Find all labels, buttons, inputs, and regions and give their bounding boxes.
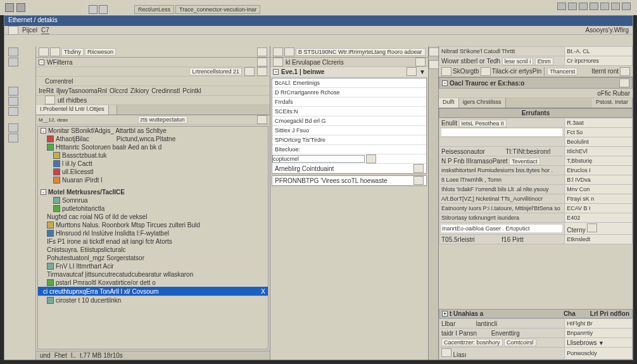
- menu-item[interactable]: Credinnstl: [151, 87, 180, 94]
- tree-node[interactable]: Bassctzbuat.tuk: [62, 152, 107, 159]
- prop-input[interactable]: [441, 129, 562, 136]
- tool-icon[interactable]: [273, 58, 283, 66]
- tree-node[interactable]: Nuaran iPirdt l: [62, 177, 102, 184]
- breadcrumb[interactable]: Lrtrencellstored 21: [189, 68, 242, 75]
- list-item[interactable]: Arneblirg Cointduaint: [272, 164, 426, 173]
- menu-item[interactable]: Zikiory: [130, 87, 149, 94]
- prop-val[interactable]: R.3aat: [565, 118, 633, 128]
- gutter-icon[interactable]: [8, 123, 18, 132]
- gutter-icon[interactable]: [8, 47, 18, 56]
- tree-node[interactable]: l iil.ly Cactt: [62, 160, 92, 167]
- top-tab[interactable]: Trace_connector-vecution-Inar: [175, 5, 260, 14]
- tool-label[interactable]: Tbdiny: [61, 48, 84, 56]
- tool-icon[interactable]: [620, 67, 630, 76]
- tray-icon[interactable]: [600, 3, 609, 10]
- dropdown-icon[interactable]: [366, 154, 376, 163]
- gutter-icon[interactable]: [8, 58, 18, 66]
- tool-label[interactable]: Thancerst: [547, 68, 577, 75]
- tab[interactable]: I.Probentel ld Lntr l.Ottjes: [36, 105, 109, 115]
- expand-icon[interactable]: -: [273, 69, 279, 75]
- prop-val[interactable]: Etknsledt: [565, 235, 633, 244]
- prop-val[interactable]: B:l IVDva: [565, 175, 633, 185]
- section-header[interactable]: Errufants: [439, 108, 633, 118]
- tree-node[interactable]: Murttons Nalus. Roonbork Mtsp Tircues zu…: [56, 222, 200, 229]
- list-input[interactable]: [272, 155, 365, 163]
- tool-icon[interactable]: [481, 67, 491, 76]
- dropdown-icon[interactable]: [244, 67, 255, 76]
- gutter-icon[interactable]: [8, 107, 18, 116]
- edit-icon[interactable]: [415, 58, 426, 66]
- tab[interactable]: igers Chrstilsss: [459, 98, 506, 108]
- tray-icon[interactable]: [557, 3, 566, 10]
- tree-node[interactable]: IFs P1 irone ai tickdf enad ait iangi fc…: [47, 238, 172, 245]
- events-list[interactable]: BcALl: Emertinigs D RrCrrartgannre Rchos…: [272, 78, 427, 174]
- btn[interactable]: lese scnil i: [502, 58, 534, 65]
- prop-val[interactable]: Fct 5o: [565, 128, 633, 137]
- tree-node[interactable]: Nugfxd cac roial NG of ild de veksel: [47, 213, 147, 220]
- menu-item[interactable]: Olccrd: [110, 87, 128, 94]
- filter-icon[interactable]: [45, 96, 55, 104]
- tree-node[interactable]: AthaotjBilac: [56, 135, 89, 142]
- list-item[interactable]: BcALl: Emertinigs: [272, 78, 426, 88]
- expand-icon[interactable]: -: [39, 60, 44, 65]
- app-icon[interactable]: [99, 5, 108, 14]
- gutter-icon[interactable]: [8, 97, 18, 106]
- field[interactable]: IetsL Pesothea II: [459, 120, 507, 127]
- app-icon[interactable]: [5, 3, 14, 12]
- gear-icon[interactable]: [619, 78, 629, 87]
- gutter-icon[interactable]: [8, 134, 18, 142]
- tree-node-selected[interactable]: ci creuthtupnxqErra TonArll l xl/ Covsou…: [38, 287, 268, 296]
- tool-icon[interactable]: [257, 47, 267, 56]
- prop-val[interactable]: Mnv Con: [565, 185, 633, 194]
- menu-item[interactable]: IreRit: [39, 87, 54, 94]
- btn[interactable]: Etnm: [535, 58, 553, 65]
- close-icon[interactable]: [407, 67, 417, 76]
- tool-icon[interactable]: [50, 47, 60, 56]
- dropdown-icon[interactable]: [587, 223, 597, 232]
- prop-val[interactable]: E402: [565, 213, 633, 223]
- tree-node[interactable]: putletohitarictla: [62, 205, 104, 212]
- prop-val[interactable]: T,Bbsturię: [565, 156, 633, 166]
- search-field[interactable]: zts wuttepectatun: [138, 116, 187, 123]
- app-icon[interactable]: [16, 3, 25, 12]
- tree-node[interactable]: Hlnsruod rkl Inslütve Inslidta I:F-wylat…: [56, 230, 169, 237]
- tree-view[interactable]: -Monitar SBonikf/Adgis_ Attartbl as Schl…: [37, 126, 268, 349]
- tab[interactable]: Dulft: [439, 98, 459, 108]
- tool-icon[interactable]: [257, 58, 267, 66]
- list-item[interactable]: Sittiex J Fsuo: [272, 126, 426, 135]
- prop-val[interactable]: Etruclos I: [565, 166, 633, 175]
- tool-icon[interactable]: [441, 348, 451, 357]
- tray-icon[interactable]: [622, 3, 631, 10]
- prop-val[interactable]: ItlichEVl: [565, 147, 633, 156]
- tray-icon[interactable]: [579, 3, 588, 10]
- menu-item[interactable]: Pcintkl: [182, 87, 201, 94]
- btn[interactable]: Comtcoirsl: [504, 339, 536, 346]
- tool-label[interactable]: Tilack-cir ertysPin: [492, 68, 542, 75]
- tool-icon[interactable]: [39, 47, 49, 56]
- tree-node[interactable]: ull.Elicesstl: [62, 168, 93, 175]
- tree-node[interactable]: Somnrua: [62, 197, 88, 204]
- tree-node[interactable]: FnV LI Ittmrthart Acir: [56, 263, 114, 270]
- tree-node[interactable]: Tirmavautcaf |ittsuncutrecatudcubearatur…: [47, 271, 193, 278]
- prop-input[interactable]: [441, 225, 562, 232]
- tab[interactable]: Pstost. Iretar: [592, 98, 633, 108]
- expand-icon[interactable]: -: [41, 128, 46, 134]
- list-item[interactable]: BItecluoe:: [272, 145, 426, 154]
- list-item[interactable]: Frrdafs: [272, 97, 426, 107]
- top-tab[interactable]: Rect/urrLess: [134, 5, 174, 14]
- btn[interactable]: Teventiact: [509, 158, 540, 165]
- splitter-icon[interactable]: [429, 47, 439, 56]
- action-icon[interactable]: [413, 164, 424, 173]
- action-icon[interactable]: [413, 176, 424, 185]
- expand-icon[interactable]: -: [41, 189, 46, 195]
- prop-val[interactable]: Bnpanrrtiy: [565, 329, 633, 338]
- tool-label[interactable]: Riicweson: [85, 48, 116, 56]
- file-tab[interactable]: WFilterra: [47, 59, 73, 66]
- tree-root[interactable]: Monitar SBonikf/Adgis_ Attartbl as Schlt…: [48, 127, 167, 134]
- app-icon[interactable]: [89, 5, 98, 14]
- prop-val[interactable]: Ftrayi sK n: [565, 194, 633, 204]
- search-icon[interactable]: [257, 115, 267, 124]
- splitter[interactable]: [429, 46, 439, 360]
- tool-icon[interactable]: [8, 26, 18, 35]
- prop-val[interactable]: ECAV B I: [565, 204, 633, 213]
